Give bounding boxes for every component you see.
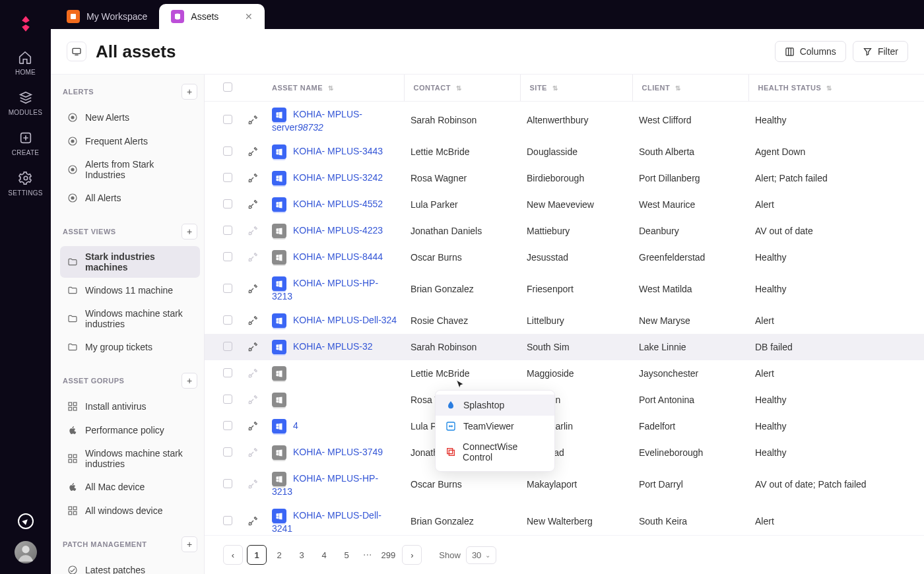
row-checkbox[interactable] (223, 226, 232, 235)
compass-icon[interactable] (18, 513, 34, 529)
sidebar-group-item[interactable]: Windows machine stark industries (60, 443, 200, 474)
row-checkbox[interactable] (223, 479, 232, 488)
table-row[interactable]: KOHIA- MPLUS-HP-3213 Brian Gonzalez Frie… (205, 271, 924, 307)
sidebar-alert-item[interactable]: New Alerts (60, 106, 200, 129)
nav-home[interactable]: HOME (15, 50, 36, 76)
ctx-connectwise[interactable]: ConnectWise Control (436, 437, 554, 467)
remote-tool-icon[interactable] (248, 517, 259, 528)
table-row[interactable]: KOHIA- MPLUS-3443 Lettie McBride Douglas… (205, 139, 924, 165)
asset-name-link[interactable]: KOHIA- MPLUS-HP-3213 (272, 278, 378, 302)
row-checkbox[interactable] (223, 368, 232, 377)
asset-name-link[interactable]: KOHIA- MPLUS-3749 (293, 447, 383, 457)
sidebar-view-item[interactable]: Windows machine stark industries (60, 303, 200, 335)
svg-point-10 (71, 140, 74, 143)
page-number[interactable]: 299 (378, 545, 398, 565)
row-checkbox[interactable] (223, 173, 232, 182)
page-size-select[interactable]: 30⌄ (466, 546, 496, 564)
row-checkbox[interactable] (223, 146, 232, 156)
select-all-checkbox[interactable] (223, 82, 232, 92)
page-number[interactable]: 5 (337, 545, 356, 565)
row-checkbox[interactable] (223, 395, 232, 404)
table-row[interactable]: KOHIA- MPLUS-4552 Lula Parker New Maevev… (205, 191, 924, 218)
columns-button[interactable]: Columns (775, 41, 846, 62)
sidebar-group-item[interactable]: Install antivirus (60, 395, 200, 418)
table-row[interactable]: KOHIA- MPLUS-server98732 Sarah Robinson … (205, 102, 924, 139)
sidebar-group-item[interactable]: All windows device (60, 499, 200, 522)
asset-name-link[interactable]: KOHIA- MPLUS-32 (293, 341, 373, 352)
app-logo[interactable] (13, 11, 39, 37)
table-row[interactable]: KOHIA- MPLUS-3749 Jonathan Daniels Ellio… (205, 439, 924, 466)
nav-settings[interactable]: SETTINGS (8, 171, 42, 197)
table-row[interactable]: 4 Lula Parker East Marlin Fadelfort Heal… (205, 413, 924, 439)
asset-name-link[interactable]: KOHIA- MPLUS-4552 (293, 199, 383, 209)
remote-tool-icon[interactable] (248, 148, 259, 158)
row-checkbox[interactable] (223, 199, 232, 208)
page-prev[interactable]: ‹ (223, 545, 243, 565)
page-number[interactable]: 1 (247, 545, 267, 565)
add-patch-button[interactable]: + (182, 536, 197, 552)
sidebar-view-item[interactable]: My group tickets (60, 336, 200, 358)
sidebar-patch-item[interactable]: Latest patches (60, 559, 200, 574)
nav-create[interactable]: CREATE (12, 131, 40, 156)
asset-name-link[interactable]: KOHIA- MPLUS-3443 (293, 146, 383, 156)
add-view-button[interactable]: + (182, 224, 197, 239)
row-checkbox[interactable] (223, 516, 232, 525)
sidebar-group-item[interactable]: All Mac device (60, 476, 200, 498)
table-row[interactable]: KOHIA- MPLUS-Dell-3241 Brian Gonzalez Ne… (205, 503, 924, 535)
ctx-teamviewer[interactable]: TeamViewer (436, 416, 554, 437)
row-checkbox[interactable] (223, 252, 232, 261)
tab-assets[interactable]: Assets ✕ (159, 4, 265, 29)
page-next[interactable]: › (402, 545, 422, 565)
asset-name-link[interactable]: KOHIA- MPLUS-8444 (293, 251, 383, 262)
sort-icon[interactable]: ⇅ (456, 84, 462, 92)
row-checkbox[interactable] (223, 315, 232, 325)
table-row[interactable]: Rosa Wagner Briceton Port Antonina Healt… (205, 387, 924, 413)
asset-name-link[interactable]: KOHIA- MPLUS-4223 (293, 225, 383, 236)
remote-tool-icon[interactable] (248, 422, 259, 433)
table-row[interactable]: KOHIA- MPLUS-3242 Rosa Wagner Birdieboro… (205, 165, 924, 191)
tab-workspace[interactable]: My Workspace (55, 4, 159, 29)
table-row[interactable]: KOHIA- MPLUS-Dell-324 Rosie Chavez Litte… (205, 307, 924, 334)
remote-tool-icon[interactable] (248, 285, 259, 296)
add-group-button[interactable]: + (182, 373, 197, 389)
asset-name-link[interactable]: KOHIA- MPLUS-Dell-3241 (272, 510, 381, 534)
filter-button[interactable]: Filter (853, 41, 908, 62)
user-avatar[interactable] (15, 541, 37, 563)
page-number[interactable]: 3 (292, 545, 312, 565)
row-checkbox[interactable] (223, 284, 232, 293)
remote-tool-icon[interactable] (248, 343, 259, 354)
nav-modules[interactable]: MODULES (9, 90, 43, 116)
sort-icon[interactable]: ⇅ (328, 84, 334, 92)
remote-tool-icon[interactable] (248, 201, 259, 211)
asset-name-link[interactable]: KOHIA- MPLUS-HP-3213 (272, 473, 378, 497)
row-checkbox[interactable] (223, 115, 232, 124)
table-row[interactable]: KOHIA- MPLUS-4223 Jonathan Daniels Matti… (205, 218, 924, 244)
page-number[interactable]: 4 (314, 545, 334, 565)
asset-name-link[interactable]: KOHIA- MPLUS-Dell-324 (293, 315, 397, 325)
asset-name-link[interactable]: 4 (293, 420, 298, 431)
row-checkbox[interactable] (223, 447, 232, 457)
sidebar-view-item[interactable]: Stark industries machines (60, 246, 200, 278)
table-row[interactable]: KOHIA- MPLUS-8444 Oscar Burns Jesusstad … (205, 244, 924, 271)
row-checkbox[interactable] (223, 421, 232, 430)
sidebar-group-item[interactable]: Performance policy (60, 419, 200, 441)
sort-icon[interactable]: ⇅ (675, 84, 681, 92)
sidebar-view-item[interactable]: Windows 11 machine (60, 279, 200, 302)
page-number[interactable]: 2 (269, 545, 289, 565)
table-row[interactable]: Lettie McBride Maggioside Jaysonchester … (205, 360, 924, 387)
add-alert-button[interactable]: + (182, 84, 197, 100)
sort-icon[interactable]: ⇅ (552, 84, 558, 92)
row-checkbox[interactable] (223, 342, 232, 351)
sidebar-alert-item[interactable]: Alerts from Stark Industries (60, 154, 200, 185)
remote-tool-icon[interactable] (248, 174, 259, 185)
asset-name-link[interactable]: KOHIA- MPLUS-3242 (293, 172, 383, 183)
sidebar-alert-item[interactable]: Frequent Alerts (60, 130, 200, 152)
ctx-splashtop[interactable]: Splashtop (436, 395, 554, 416)
sidebar-alert-item[interactable]: All Alerts (60, 187, 200, 209)
remote-tool-icon[interactable] (248, 116, 259, 127)
sort-icon[interactable]: ⇅ (826, 84, 832, 92)
table-row[interactable]: KOHIA- MPLUS-32 Sarah Robinson South Sim… (205, 334, 924, 360)
close-icon[interactable]: ✕ (245, 11, 253, 22)
remote-tool-icon[interactable] (248, 317, 259, 327)
table-row[interactable]: KOHIA- MPLUS-HP-3213 Oscar Burns Makayla… (205, 466, 924, 503)
